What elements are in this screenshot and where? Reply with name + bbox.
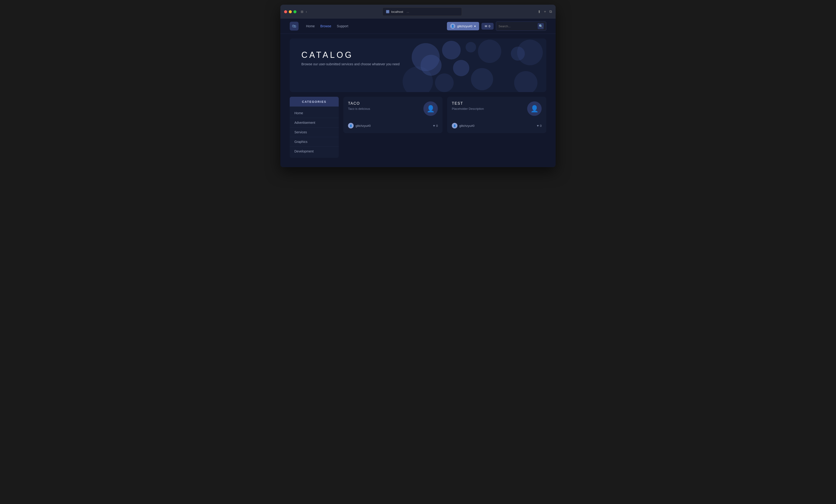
card-username: glitchzyu#0 <box>459 124 474 128</box>
address-bar[interactable]: 🛒 localhost … <box>383 7 462 16</box>
minimize-button[interactable] <box>289 10 292 13</box>
sidebar-toggle-button[interactable]: ⊞ <box>301 10 303 14</box>
browser-controls: ⊞ ‹ <box>301 10 307 14</box>
card-user: 👤 glitchzyu#0 <box>348 123 370 129</box>
sidebar-item-home[interactable]: Home <box>290 109 339 118</box>
search-input[interactable] <box>498 24 536 28</box>
card-user-avatar: 👤 <box>348 123 354 129</box>
back-button[interactable]: ‹ <box>306 10 307 14</box>
maximize-button[interactable] <box>293 10 297 13</box>
heart-icon: ♥ <box>433 124 435 128</box>
nav-support[interactable]: Support <box>337 24 348 28</box>
card-title: Test <box>452 101 527 105</box>
traffic-lights <box>284 10 297 13</box>
navbar: 🛍 Home Browse Support 👤 glitchzyu#0 ▾ ✉ … <box>280 19 556 34</box>
browser-titlebar: ⊞ ‹ 🛒 localhost … ⬆ + ⧉ <box>280 5 556 19</box>
nav-home[interactable]: Home <box>306 24 315 28</box>
sidebar: CATEGORIES Home Advertisement Services G… <box>290 97 339 158</box>
card-footer: 👤 glitchzyu#0 ♥ 0 <box>348 123 438 129</box>
card-seller-avatar: 👤 <box>527 101 542 116</box>
logo-icon: 🛍 <box>292 24 296 29</box>
card-top: Test Placeholder Description 👤 <box>452 101 542 116</box>
address-ellipsis-button[interactable]: … <box>405 9 411 15</box>
heart-icon: ♥ <box>537 124 538 128</box>
app-logo: 🛍 <box>290 22 299 31</box>
share-icon[interactable]: ⬆ <box>538 9 541 14</box>
favicon-icon: 🛒 <box>386 10 389 13</box>
likes-count: 0 <box>540 124 542 128</box>
card-footer: 👤 glitchzyu#0 ♥ 0 <box>452 123 542 129</box>
card-likes: ♥ 0 <box>433 124 438 128</box>
service-card-test[interactable]: Test Placeholder Description 👤 👤 glitchz… <box>447 97 546 133</box>
browser-window: ⊞ ‹ 🛒 localhost … ⬆ + ⧉ 🛍 Home Browse <box>280 5 556 167</box>
likes-count: 0 <box>436 124 438 128</box>
sidebar-item-development[interactable]: Development <box>290 147 339 156</box>
messages-count: 0 <box>489 24 490 28</box>
avatar-icon: 👤 <box>530 105 538 113</box>
card-user: 👤 glitchzyu#0 <box>452 123 474 129</box>
user-menu-button[interactable]: 👤 glitchzyu#0 ▾ <box>447 22 479 30</box>
cards-grid: Taco Taco is delicious 👤 👤 glitchzyu#0 <box>343 97 546 158</box>
nav-right: 👤 glitchzyu#0 ▾ ✉ 0 🔍 <box>447 21 546 31</box>
app-content: 🛍 Home Browse Support 👤 glitchzyu#0 ▾ ✉ … <box>280 19 556 167</box>
username-label: glitchzyu#0 <box>457 24 472 28</box>
new-tab-icon[interactable]: + <box>544 9 546 14</box>
card-info: Taco Taco is delicious <box>348 101 423 111</box>
avatar-icon: 👤 <box>426 105 435 113</box>
card-seller-avatar: 👤 <box>423 101 438 116</box>
sidebar-body: Home Advertisement Services Graphics Dev… <box>290 106 339 158</box>
user-avatar: 👤 <box>450 23 455 29</box>
categories-header: CATEGORIES <box>290 97 339 106</box>
nav-browse[interactable]: Browse <box>320 24 331 28</box>
hero-title: CATALOG <box>301 50 535 60</box>
service-card-taco[interactable]: Taco Taco is delicious 👤 👤 glitchzyu#0 <box>343 97 442 133</box>
tabs-icon[interactable]: ⧉ <box>549 9 552 14</box>
categories-title: CATEGORIES <box>302 100 326 103</box>
sidebar-item-advertisement[interactable]: Advertisement <box>290 118 339 128</box>
search-bar: 🔍 <box>496 21 546 31</box>
search-button[interactable]: 🔍 <box>538 23 544 29</box>
close-button[interactable] <box>284 10 287 13</box>
card-username: glitchzyu#0 <box>356 124 370 128</box>
sidebar-item-services[interactable]: Services <box>290 128 339 137</box>
messages-button[interactable]: ✉ 0 <box>481 23 494 30</box>
card-info: Test Placeholder Description <box>452 101 527 111</box>
hero-banner: CATALOG Browse our user-submitted servic… <box>290 38 546 92</box>
sidebar-item-graphics[interactable]: Graphics <box>290 137 339 147</box>
browser-addressbar: 🛒 localhost … <box>310 7 535 16</box>
main-content: CATEGORIES Home Advertisement Services G… <box>280 97 556 167</box>
browser-actions: ⬆ + ⧉ <box>538 9 552 14</box>
card-likes: ♥ 0 <box>537 124 542 128</box>
url-text: localhost <box>391 10 403 14</box>
card-user-avatar: 👤 <box>452 123 457 129</box>
card-top: Taco Taco is delicious 👤 <box>348 101 438 116</box>
hero-subtitle: Browse our user-submitted services and c… <box>301 62 535 66</box>
card-description: Placeholder Description <box>452 107 527 111</box>
messages-icon: ✉ <box>485 24 487 28</box>
dropdown-arrow-icon: ▾ <box>474 24 476 28</box>
card-title: Taco <box>348 101 423 105</box>
nav-links: Home Browse Support <box>306 24 348 28</box>
card-description: Taco is delicious <box>348 107 423 111</box>
